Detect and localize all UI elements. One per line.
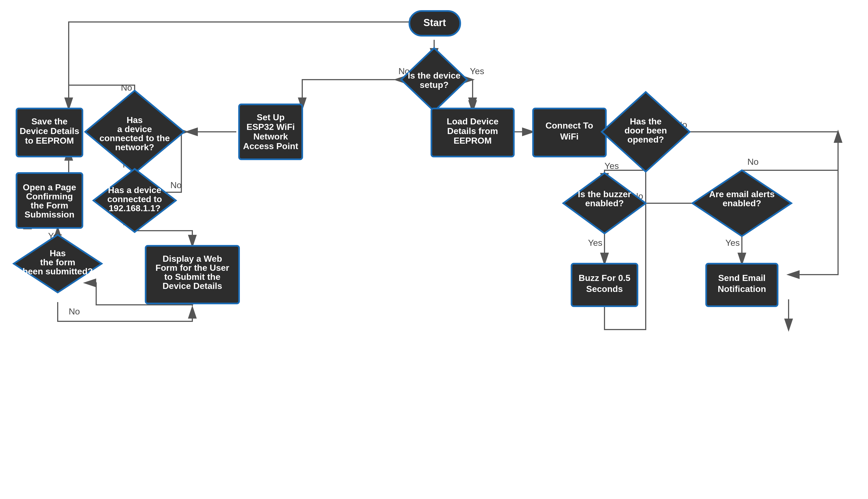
node-wifi-label2: WiFi [560, 132, 578, 142]
node-email-send-label1: Send Email [718, 273, 766, 283]
node-hasdevice-label2: a device [117, 124, 152, 134]
node-door-label3: opened? [627, 135, 664, 144]
label-192-no: No [170, 180, 182, 190]
node-192-label3: 192.168.1.1? [109, 203, 161, 213]
node-webform-label3: to Submit the [164, 272, 220, 282]
node-has-device-192: Has a device connected to 192.168.1.1? [94, 169, 176, 232]
node-esp32-label1: Set Up [257, 112, 285, 122]
node-confirm-label2: Confirming [26, 192, 73, 201]
node-email-alerts: Are email alerts enabled? [692, 170, 791, 236]
node-hasdevice-label1: Has [127, 115, 143, 125]
label-email-yes: Yes [725, 238, 740, 248]
node-door-opened: Has the door been opened? [602, 92, 690, 172]
node-buzz: Buzz For 0.5 Seconds [571, 264, 638, 306]
node-setup-label2: setup? [420, 80, 449, 90]
node-form-submitted: Has the form been submitted? [14, 235, 102, 292]
node-form-label1: Has [50, 248, 66, 258]
node-door-label1: Has the [630, 117, 662, 126]
node-confirm-label1: Open a Page [23, 182, 76, 192]
node-save-eeprom: Save the Device Details to EEPROM [16, 109, 82, 157]
node-192-label1: Has a device [108, 185, 161, 195]
label-form-no: No [69, 306, 80, 316]
node-email-send-label2: Notification [718, 284, 766, 294]
node-form-label3: been submitted? [23, 266, 93, 276]
label-hasdevice-no: No [121, 83, 132, 93]
node-display-webform: Display a Web Form for the User to Submi… [146, 246, 239, 303]
node-buzzer-enabled: Is the buzzer enabled? [563, 173, 646, 233]
node-door-label2: door been [625, 125, 667, 135]
node-buzz-label1: Buzz For 0.5 [579, 273, 630, 283]
node-load-label3: EEPROM [454, 136, 492, 146]
node-email-label1: Are email alerts [709, 189, 774, 199]
node-wifi-label1: Connect To [545, 121, 593, 131]
node-load-device: Load Device Details from EEPROM [431, 109, 514, 157]
flowchart: Yes No No Yes No Yes Yes No No Yes Yes N… [0, 0, 868, 499]
node-webform-label1: Display a Web [162, 254, 222, 264]
node-esp32-label3: Network [253, 132, 288, 142]
node-load-label1: Load Device [447, 117, 499, 126]
node-webform-label2: Form for the User [156, 263, 229, 273]
node-buzz-label2: Seconds [586, 284, 623, 294]
node-setup-esp32: Set Up ESP32 WiFi Network Access Point [239, 105, 302, 159]
label-door-yes: Yes [604, 161, 619, 171]
node-buzzer-label2: enabled? [585, 198, 624, 208]
node-load-label2: Details from [447, 126, 498, 136]
node-device-setup: Is the device setup? [401, 48, 467, 111]
node-setup-label1: Is the device [408, 71, 460, 81]
node-192-label2: connected to [107, 194, 162, 204]
node-has-device-connected: Has a device connected to the network? [85, 90, 184, 173]
edge-setup-no2 [302, 80, 396, 109]
node-buzzer-label1: Is the buzzer [578, 189, 631, 199]
node-save-label3: to EEPROM [25, 136, 74, 146]
label-email-no: No [747, 157, 759, 167]
node-esp32-label2: ESP32 WiFi [246, 122, 295, 132]
node-connect-wifi: Connect To WiFi [533, 109, 606, 157]
node-hasdevice-label4: network? [115, 142, 154, 152]
node-confirm-label4: Submission [24, 209, 74, 219]
node-webform-label4: Device Details [162, 281, 222, 291]
node-esp32-label4: Access Point [243, 141, 298, 151]
edge-192-yes2 [135, 231, 192, 246]
node-hasdevice-label3: connected to the [99, 133, 170, 143]
node-confirm-label3: the Form [31, 200, 69, 210]
label-setup-yes: Yes [470, 66, 484, 76]
node-start: Start [409, 11, 460, 36]
node-email-label2: enabled? [723, 198, 761, 208]
node-form-label2: the form [40, 257, 75, 267]
node-send-email: Send Email Notification [706, 264, 777, 306]
node-save-label1: Save the [31, 117, 68, 126]
node-save-label2: Device Details [20, 126, 79, 136]
edge-save-to-start [69, 22, 420, 109]
node-start-label: Start [423, 17, 446, 28]
node-open-confirm: Open a Page Confirming the Form Submissi… [16, 173, 82, 228]
label-buzzer-yes: Yes [588, 238, 602, 248]
